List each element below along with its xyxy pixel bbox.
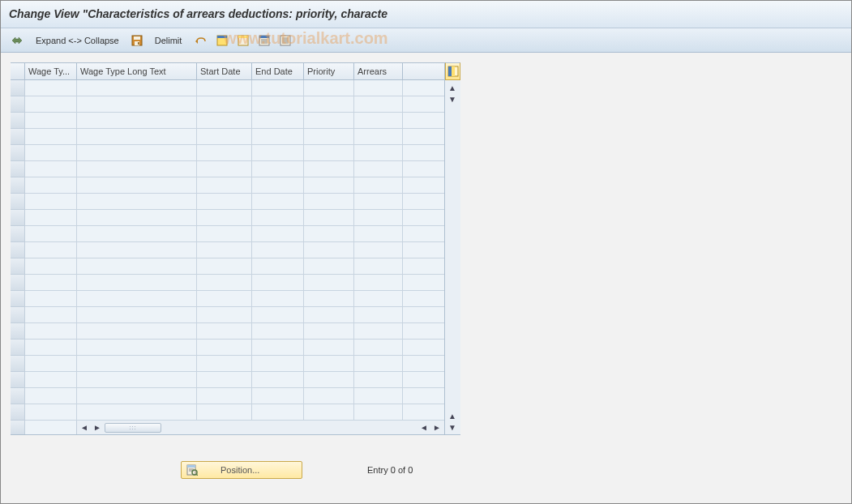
row-selector[interactable] [11, 340, 25, 356]
cell-end-date[interactable] [252, 388, 304, 404]
hscroll-left2-icon[interactable]: ◄ [418, 422, 430, 434]
cell-priority[interactable] [304, 210, 354, 226]
table-row[interactable] [11, 258, 444, 275]
cell-start-date[interactable] [197, 113, 252, 129]
cell-start-date[interactable] [197, 356, 252, 372]
cell-priority[interactable] [304, 129, 354, 145]
cell-wage-type[interactable] [25, 340, 77, 356]
cell-start-date[interactable] [197, 145, 252, 161]
row-selector[interactable] [11, 113, 25, 129]
cell-long-text[interactable] [77, 194, 197, 210]
cell-arrears[interactable] [354, 113, 403, 129]
hscroll-left-icon[interactable]: ◄ [79, 422, 90, 434]
cell-arrears[interactable] [354, 388, 403, 404]
cell-long-text[interactable] [77, 388, 197, 404]
cell-wage-type[interactable] [25, 404, 77, 421]
undo-icon[interactable] [191, 32, 210, 49]
cell-long-text[interactable] [77, 210, 197, 226]
table-row[interactable] [11, 404, 444, 421]
hscroll-right2-icon[interactable]: ► [431, 422, 443, 434]
cell-priority[interactable] [304, 80, 354, 96]
cell-arrears[interactable] [354, 340, 403, 356]
cell-arrears[interactable] [354, 258, 403, 275]
row-selector[interactable] [11, 242, 25, 258]
cell-long-text[interactable] [77, 177, 197, 194]
cell-end-date[interactable] [252, 356, 304, 372]
cell-long-text[interactable] [77, 80, 197, 96]
table-row[interactable] [11, 194, 444, 210]
row-selector[interactable] [11, 145, 25, 161]
cell-arrears[interactable] [354, 291, 403, 307]
cell-priority[interactable] [304, 323, 354, 340]
cell-long-text[interactable] [77, 145, 197, 161]
cell-end-date[interactable] [252, 307, 304, 323]
cell-wage-type[interactable] [25, 113, 77, 129]
cell-wage-type[interactable] [25, 242, 77, 258]
cell-start-date[interactable] [197, 80, 252, 96]
cell-end-date[interactable] [252, 226, 304, 242]
cell-priority[interactable] [304, 291, 354, 307]
cell-start-date[interactable] [197, 177, 252, 194]
col-header-end-date[interactable]: End Date [252, 63, 304, 79]
cell-end-date[interactable] [252, 210, 304, 226]
expand-collapse-button[interactable]: Expand <-> Collapse [30, 32, 125, 49]
table-row[interactable] [11, 356, 444, 372]
cell-long-text[interactable] [77, 129, 197, 145]
cell-wage-type[interactable] [25, 177, 77, 194]
row-selector[interactable] [11, 177, 25, 194]
cell-start-date[interactable] [197, 340, 252, 356]
table-row[interactable] [11, 80, 444, 96]
table-row[interactable] [11, 96, 444, 113]
cell-arrears[interactable] [354, 323, 403, 340]
cell-start-date[interactable] [197, 226, 252, 242]
table-row[interactable] [11, 113, 444, 129]
cell-arrears[interactable] [354, 356, 403, 372]
cell-long-text[interactable] [77, 161, 197, 177]
cell-start-date[interactable] [197, 323, 252, 340]
select-all-icon[interactable] [213, 32, 231, 49]
cell-wage-type[interactable] [25, 194, 77, 210]
cell-arrears[interactable] [354, 161, 403, 177]
list-icon[interactable] [276, 32, 294, 49]
table-row[interactable] [11, 145, 444, 161]
cell-start-date[interactable] [197, 275, 252, 291]
row-selector[interactable] [11, 291, 25, 307]
cell-long-text[interactable] [77, 96, 197, 113]
cell-end-date[interactable] [252, 275, 304, 291]
cell-long-text[interactable] [77, 356, 197, 372]
cell-end-date[interactable] [252, 129, 304, 145]
hscroll-thumb[interactable]: ::: [105, 423, 161, 433]
cell-wage-type[interactable] [25, 258, 77, 275]
cell-long-text[interactable] [77, 291, 197, 307]
cell-end-date[interactable] [252, 372, 304, 388]
cell-arrears[interactable] [354, 177, 403, 194]
cell-end-date[interactable] [252, 96, 304, 113]
cell-wage-type[interactable] [25, 275, 77, 291]
cell-arrears[interactable] [354, 275, 403, 291]
cell-end-date[interactable] [252, 340, 304, 356]
cell-wage-type[interactable] [25, 210, 77, 226]
table-row[interactable] [11, 372, 444, 388]
cell-start-date[interactable] [197, 291, 252, 307]
cell-priority[interactable] [304, 258, 354, 275]
row-selector[interactable] [11, 388, 25, 404]
row-selector[interactable] [11, 161, 25, 177]
cell-end-date[interactable] [252, 291, 304, 307]
row-selector[interactable] [11, 356, 25, 372]
cell-wage-type[interactable] [25, 129, 77, 145]
cell-end-date[interactable] [252, 177, 304, 194]
cell-wage-type[interactable] [25, 80, 77, 96]
cell-end-date[interactable] [252, 194, 304, 210]
col-header-start-date[interactable]: Start Date [197, 63, 252, 79]
row-selector-header[interactable] [11, 63, 25, 79]
cell-priority[interactable] [304, 242, 354, 258]
cell-start-date[interactable] [197, 388, 252, 404]
form-icon[interactable] [255, 32, 273, 49]
cell-arrears[interactable] [354, 242, 403, 258]
configure-columns-icon[interactable] [445, 62, 460, 80]
table-row[interactable] [11, 210, 444, 226]
save-icon[interactable] [128, 32, 146, 49]
cell-wage-type[interactable] [25, 226, 77, 242]
cell-long-text[interactable] [77, 226, 197, 242]
cell-arrears[interactable] [354, 129, 403, 145]
